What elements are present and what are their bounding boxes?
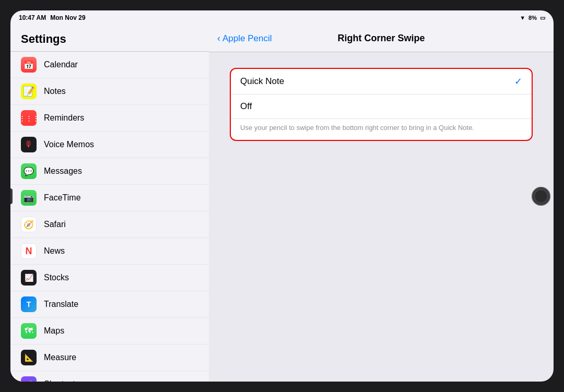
sidebar-item-stocks[interactable]: 📈 Stocks: [10, 265, 209, 291]
calendar-icon: 📅: [21, 57, 37, 73]
detail-header: ‹ Apple Pencil Right Corner Swipe: [209, 25, 554, 52]
sidebar-item-maps[interactable]: 🗺 Maps: [10, 318, 209, 345]
notes-icon: 📝: [21, 84, 37, 99]
sidebar-label-translate: Translate: [44, 300, 78, 309]
sidebar-item-facetime[interactable]: 📷 FaceTime: [10, 185, 209, 211]
sidebar-label-stocks: Stocks: [44, 273, 69, 282]
voicememos-icon: 🎙: [21, 137, 37, 152]
stocks-icon: 📈: [21, 270, 37, 286]
news-icon: N: [21, 243, 37, 259]
wifi-icon: ▼: [520, 15, 525, 21]
battery-icon: ▭: [540, 15, 545, 21]
sidebar-label-news: News: [44, 246, 65, 256]
sidebar: Settings 📅 Calendar 📝 Notes: [10, 25, 209, 382]
main-content: Settings 📅 Calendar 📝 Notes: [10, 25, 554, 382]
sidebar-label-shortcuts: Shortcuts: [44, 379, 79, 382]
status-bar: 10:47 AM Mon Nov 29 ▼ 8% ▭: [10, 10, 554, 25]
sidebar-item-translate[interactable]: T Translate: [10, 291, 209, 318]
sidebar-label-maps: Maps: [44, 326, 64, 336]
translate-icon: T: [21, 296, 37, 312]
messages-icon: 💬: [21, 163, 37, 179]
safari-icon: 🧭: [21, 217, 37, 232]
option-off-label: Off: [240, 101, 252, 112]
sidebar-item-shortcuts[interactable]: ⚡ Shortcuts: [10, 371, 209, 382]
detail-body: Quick Note ✓ Off Use your pencil to swip…: [209, 52, 554, 382]
sidebar-label-voicememos: Voice Memos: [44, 140, 94, 149]
status-right: ▼ 8% ▭: [520, 15, 545, 21]
sidebar-title: Settings: [21, 32, 66, 45]
sidebar-label-calendar: Calendar: [44, 60, 78, 69]
quick-note-checkmark: ✓: [514, 76, 522, 87]
sidebar-label-measure: Measure: [44, 353, 76, 362]
sidebar-item-messages[interactable]: 💬 Messages: [10, 158, 209, 185]
sidebar-item-voicememos[interactable]: 🎙 Voice Memos: [10, 132, 209, 158]
sidebar-item-notes[interactable]: 📝 Notes: [10, 78, 209, 105]
sidebar-item-safari[interactable]: 🧭 Safari: [10, 211, 209, 238]
option-hint: Use your pencil to swipe from the bottom…: [231, 119, 532, 140]
home-button-inner: [534, 189, 548, 203]
chevron-left-icon: ‹: [217, 33, 220, 44]
sidebar-label-messages: Messages: [44, 167, 82, 176]
sidebar-label-safari: Safari: [44, 220, 66, 229]
facetime-icon: 📷: [21, 190, 37, 206]
home-button[interactable]: [532, 187, 550, 206]
options-card: Quick Note ✓ Off Use your pencil to swip…: [230, 68, 533, 141]
measure-icon: 📐: [21, 350, 37, 365]
reminders-icon: ⋮⋮⋮: [21, 110, 37, 126]
sidebar-label-notes: Notes: [44, 87, 66, 96]
side-button[interactable]: [10, 188, 13, 204]
option-off[interactable]: Off: [231, 94, 532, 119]
option-quick-note-label: Quick Note: [240, 76, 284, 87]
date: Mon Nov 29: [50, 14, 85, 21]
back-label: Apple Pencil: [222, 33, 272, 44]
sidebar-label-reminders: Reminders: [44, 113, 84, 123]
sidebar-list: 📅 Calendar 📝 Notes ⋮⋮⋮ Reminders: [10, 52, 209, 382]
option-quick-note[interactable]: Quick Note ✓: [231, 69, 532, 94]
sidebar-item-calendar[interactable]: 📅 Calendar: [10, 52, 209, 78]
detail-title: Right Corner Swipe: [337, 33, 425, 44]
ipad-frame: 10:47 AM Mon Nov 29 ▼ 8% ▭ Settings 📅 Ca…: [10, 10, 554, 382]
sidebar-header: Settings: [10, 25, 209, 52]
status-left: 10:47 AM Mon Nov 29: [19, 14, 86, 21]
sidebar-label-facetime: FaceTime: [44, 193, 81, 203]
sidebar-item-reminders[interactable]: ⋮⋮⋮ Reminders: [10, 105, 209, 132]
detail-pane: ‹ Apple Pencil Right Corner Swipe Quick …: [209, 25, 554, 382]
sidebar-item-news[interactable]: N News: [10, 238, 209, 265]
shortcuts-icon: ⚡: [21, 376, 37, 382]
sidebar-item-measure[interactable]: 📐 Measure: [10, 345, 209, 371]
battery-text: 8%: [528, 15, 537, 21]
back-button[interactable]: ‹ Apple Pencil: [217, 33, 272, 44]
maps-icon: 🗺: [21, 323, 37, 339]
time: 10:47 AM: [19, 14, 46, 21]
